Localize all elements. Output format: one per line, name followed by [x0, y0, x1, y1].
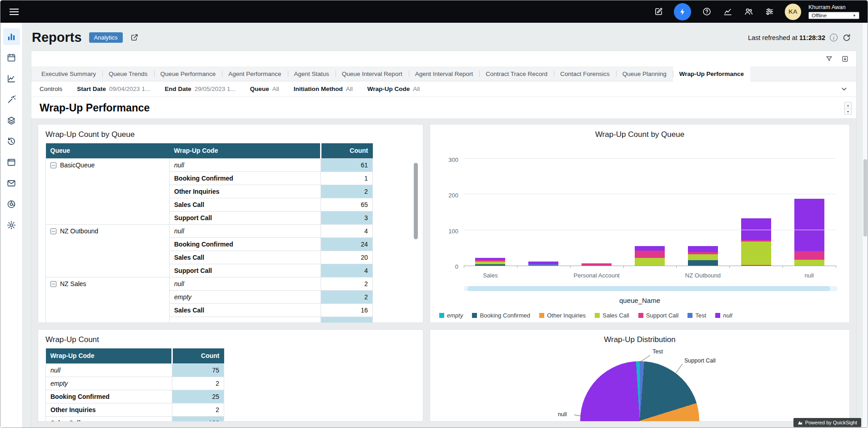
pivot-row: NZ Salesnull2: [46, 277, 373, 290]
column-header-queue[interactable]: Queue: [46, 143, 170, 158]
legend-item-other-inquiries[interactable]: Other Inquiries: [539, 312, 586, 319]
sidebar-item-app-window-icon[interactable]: [3, 154, 20, 171]
hamburger-menu-icon[interactable]: [9, 7, 20, 17]
collapse-icon[interactable]: [50, 228, 56, 234]
count-cell: 2: [172, 377, 224, 390]
tab-queue-planning[interactable]: Queue Planning: [616, 66, 673, 81]
collapse-icon[interactable]: [50, 281, 56, 287]
bar-segment-booking-confirmed: [475, 264, 505, 266]
legend-swatch: [595, 313, 600, 318]
filter-initiation-method[interactable]: Initiation MethodAll: [294, 86, 353, 92]
count-row: Sales Call106: [46, 416, 224, 422]
settings-sliders-icon[interactable]: [764, 6, 775, 17]
x-axis-tick: null: [783, 272, 836, 279]
email-icon: [6, 178, 16, 188]
tab-agent-status[interactable]: Agent Status: [288, 66, 336, 81]
wrapup-code-cell: empty: [170, 290, 321, 303]
last-refreshed-time: 11:28:32: [799, 34, 825, 41]
queue-group-cell: NZ Outbound: [46, 224, 170, 277]
stacked-bar: [635, 246, 665, 266]
filter-start-date[interactable]: Start Date09/04/2023 1...: [77, 86, 150, 92]
avatar[interactable]: KA: [785, 4, 801, 20]
last-refreshed-text: Last refreshed at11:28:32: [748, 34, 825, 41]
tab-executive-summary[interactable]: Executive Summary: [35, 66, 102, 81]
sidebar-item-settings-gear-icon[interactable]: [3, 217, 20, 233]
legend-item-booking-confirmed[interactable]: Booking Confirmed: [472, 312, 530, 319]
scroll-down-icon[interactable]: ▼: [845, 108, 851, 114]
column-header-wrapup-code[interactable]: Wrap-Up Code: [46, 348, 172, 363]
wrapup-code-cell: Sales Call: [170, 303, 321, 317]
panel-toolbar: [31, 51, 856, 66]
doughnut-chart-icon: [6, 199, 16, 209]
collapse-icon[interactable]: [50, 162, 56, 168]
refresh-icon[interactable]: [842, 33, 851, 42]
analytics-badge: Analytics: [89, 32, 123, 43]
tab-agent-interval-report[interactable]: Agent Interval Report: [409, 66, 480, 81]
sidebar-item-trends-line-chart-icon[interactable]: [3, 70, 20, 87]
info-icon[interactable]: i: [830, 34, 838, 41]
card-wrapup-count-by-queue-chart: Wrap-Up Count by Queue SalesPersonal Acc…: [430, 124, 850, 323]
sidebar-item-calendar-icon[interactable]: [3, 49, 20, 66]
agents-icon[interactable]: [743, 6, 754, 17]
count-table: Wrap-Up Code Count null75empty2Booking C…: [45, 348, 224, 422]
count-row: null75: [46, 363, 224, 377]
main-content: Reports Analytics Last refreshed at11:28…: [23, 23, 862, 428]
chart-horizontal-scrollbar[interactable]: [464, 286, 838, 291]
flash-icon[interactable]: [674, 3, 691, 20]
pivot-table: Queue Wrap-Up Code Count BasicQueuenull6…: [45, 143, 373, 323]
sheet-scrollbar[interactable]: ▲ ▼: [844, 102, 852, 115]
count-cell: 1: [321, 171, 373, 185]
status-select[interactable]: Offline ▼: [808, 12, 859, 19]
table-scrollbar[interactable]: [414, 163, 418, 316]
sidebar-item-layers-icon[interactable]: [3, 112, 20, 129]
column-header-wrapup-code[interactable]: Wrap-Up Code: [170, 143, 321, 158]
controls-bar: Controls Start Date09/04/2023 1...End Da…: [31, 81, 856, 97]
sidebar-item-history-icon[interactable]: [3, 133, 20, 150]
metrics-icon[interactable]: [722, 6, 733, 17]
sidebar-item-email-icon[interactable]: [3, 175, 20, 191]
export-icon[interactable]: [841, 55, 849, 63]
left-sidebar: [0, 23, 23, 428]
count-row: Booking Confirmed25: [46, 390, 224, 403]
help-icon[interactable]: [701, 6, 712, 17]
column-header-count[interactable]: Count: [172, 348, 224, 363]
topbar-actions: KA Khurram Awan Offline ▼: [653, 3, 859, 20]
filter-funnel-icon[interactable]: [825, 55, 833, 63]
page-scrollbar[interactable]: [862, 23, 868, 428]
filter-queue[interactable]: QueueAll: [250, 86, 279, 92]
tab-queue-interval-report[interactable]: Queue Interval Report: [336, 66, 409, 81]
sidebar-item-wand-icon[interactable]: [3, 91, 20, 108]
tab-agent-performance[interactable]: Agent Performance: [222, 66, 287, 81]
stacked-bar: [475, 258, 505, 266]
count-cell: 65: [321, 198, 373, 211]
tab-contact-forensics[interactable]: Contact Forensics: [554, 66, 616, 81]
legend-item-null[interactable]: null: [715, 312, 732, 319]
powered-by-quicksight-badge: Powered by QuickSight: [793, 418, 861, 427]
sidebar-item-doughnut-chart-icon[interactable]: [3, 196, 20, 212]
tab-wrap-up-performance[interactable]: Wrap-Up Performance: [673, 66, 750, 81]
filter-wrap-up-code[interactable]: Wrap-Up CodeAll: [367, 86, 420, 92]
count-cell: 3: [321, 211, 373, 224]
column-header-count[interactable]: Count: [321, 143, 373, 158]
sidebar-item-reports-bar-chart-icon[interactable]: [3, 28, 20, 45]
count-cell: 2: [321, 277, 373, 290]
scroll-up-icon[interactable]: ▲: [845, 102, 851, 108]
legend-item-empty[interactable]: empty: [439, 312, 463, 319]
tab-queue-performance[interactable]: Queue Performance: [154, 66, 222, 81]
sheet-titlebar: Wrap-Up Performance ▲ ▼: [31, 97, 856, 118]
y-axis-tick: 100: [437, 228, 458, 235]
legend-item-support-call[interactable]: Support Call: [638, 312, 679, 319]
legend-item-test[interactable]: Test: [687, 312, 706, 319]
legend-item-sales-call[interactable]: Sales Call: [595, 312, 629, 319]
tab-contract-trace-record[interactable]: Contract Trace Record: [479, 66, 554, 81]
tab-queue-trends[interactable]: Queue Trends: [102, 66, 154, 81]
notepad-icon[interactable]: [653, 6, 664, 17]
wrapup-code-cell: null: [170, 224, 321, 237]
chevron-down-icon[interactable]: [840, 85, 848, 93]
open-in-new-icon[interactable]: [130, 33, 139, 42]
wrapup-code-cell: Sales Call: [46, 416, 172, 422]
filter-end-date[interactable]: End Date29/05/2023 1...: [165, 86, 236, 92]
count-cell: 75: [172, 363, 224, 377]
wrapup-code-cell: Booking Confirmed: [170, 171, 321, 185]
legend-swatch: [472, 313, 477, 318]
